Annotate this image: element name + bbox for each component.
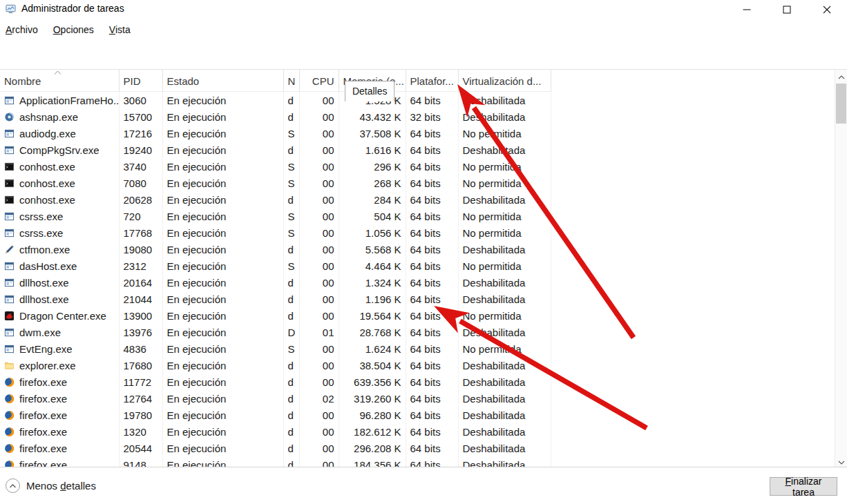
- process-status: En ejecución: [162, 258, 283, 274]
- process-virtualization: No permitida: [458, 208, 551, 224]
- process-pid: 20544: [119, 440, 162, 456]
- process-platform: 64 bits: [406, 258, 458, 274]
- table-row[interactable]: conhost.exe 20628 En ejecución d 00 284 …: [0, 191, 551, 208]
- firefox-icon: [4, 410, 15, 420]
- process-name: firefox.exe: [19, 443, 67, 454]
- tab-detalles-active[interactable]: Detalles: [345, 81, 395, 101]
- process-memory: 319.260 K: [339, 390, 406, 407]
- table-header-row: Nombre PID Estado N CPU Memoria (e... Pl…: [0, 70, 551, 92]
- table-row[interactable]: dllhost.exe 21044 En ejecución d 00 1.19…: [0, 291, 551, 307]
- process-username: S: [283, 158, 299, 175]
- column-header-cpu[interactable]: CPU: [299, 70, 339, 92]
- folder-icon: [4, 360, 15, 371]
- table-row[interactable]: firefox.exe 19780 En ejecución d 00 96.2…: [0, 407, 551, 423]
- process-name: EvtEng.exe: [19, 343, 73, 355]
- process-pid: 2312: [119, 258, 162, 274]
- column-header-estado[interactable]: Estado: [162, 70, 283, 92]
- table-row[interactable]: conhost.exe 3740 En ejecución S 00 296 K…: [0, 158, 551, 175]
- process-pid: 19080: [119, 241, 162, 258]
- process-status: En ejecución: [162, 208, 283, 224]
- table-row[interactable]: conhost.exe 7080 En ejecución S 00 268 K…: [0, 175, 551, 191]
- table-row[interactable]: dasHost.exe 2312 En ejecución S 00 4.464…: [0, 258, 551, 274]
- table-row[interactable]: csrss.exe 17768 En ejecución S 00 1.056 …: [0, 224, 551, 241]
- table-row[interactable]: audiodg.exe 17216 En ejecución S 00 37.5…: [0, 125, 551, 142]
- process-platform: 64 bits: [406, 241, 458, 258]
- vertical-scrollbar[interactable]: [835, 70, 847, 467]
- table-row[interactable]: dwm.exe 13976 En ejecución D 01 28.768 K…: [0, 324, 551, 340]
- table-row[interactable]: CompPkgSrv.exe 19240 En ejecución d 00 1…: [0, 142, 551, 158]
- menu-archivo[interactable]: Archivo: [6, 21, 45, 38]
- close-icon: [823, 4, 831, 17]
- column-header-virtualizacion[interactable]: Virtualización d...: [458, 70, 551, 92]
- process-platform: 64 bits: [406, 423, 458, 440]
- menu-opciones[interactable]: Opciones: [53, 21, 101, 38]
- table-row[interactable]: ctfmon.exe 19080 En ejecución d 00 5.568…: [0, 241, 551, 258]
- column-header-pid[interactable]: PID: [119, 70, 162, 92]
- process-memory: 296 K: [339, 158, 406, 175]
- less-details-toggle[interactable]: Menos detalles: [6, 478, 96, 493]
- process-status: En ejecución: [162, 307, 283, 324]
- table-row[interactable]: firefox.exe 11772 En ejecución d 00 639.…: [0, 374, 551, 390]
- column-header-plataforma[interactable]: Platafor...: [406, 70, 458, 92]
- process-platform: 64 bits: [406, 158, 458, 175]
- process-status: En ejecución: [162, 340, 283, 357]
- process-cpu: 00: [299, 92, 339, 109]
- process-memory: 1.056 K: [339, 224, 406, 241]
- maximize-button[interactable]: [767, 0, 807, 21]
- process-details-list: Nombre PID Estado N CPU Memoria (e... Pl…: [0, 69, 847, 467]
- process-virtualization: No permitida: [458, 258, 551, 274]
- menu-vista[interactable]: Vista: [109, 21, 137, 38]
- firefox-icon: [4, 460, 15, 467]
- process-pid: 3740: [119, 158, 162, 175]
- process-memory: 184.356 K: [339, 456, 406, 467]
- process-virtualization: Deshabilitada: [458, 456, 551, 467]
- process-platform: 64 bits: [406, 208, 458, 224]
- table-row[interactable]: csrss.exe 720 En ejecución S 00 504 K 64…: [0, 208, 551, 224]
- table-row[interactable]: firefox.exe 20544 En ejecución d 00 296.…: [0, 440, 551, 456]
- process-cpu: 00: [299, 125, 339, 142]
- close-button[interactable]: [807, 0, 847, 21]
- process-virtualization: No permitida: [458, 307, 551, 324]
- process-username: S: [283, 258, 299, 274]
- dragon-icon: [4, 311, 15, 321]
- table-row[interactable]: EvtEng.exe 4836 En ejecución S 00 1.624 …: [0, 340, 551, 357]
- table-row[interactable]: firefox.exe 9148 En ejecución d 00 184.3…: [0, 456, 551, 467]
- process-name: firefox.exe: [19, 426, 67, 438]
- process-cpu: 00: [299, 241, 339, 258]
- process-name: firefox.exe: [19, 376, 67, 388]
- process-status: En ejecución: [162, 92, 283, 109]
- scrollbar-thumb[interactable]: [836, 84, 846, 124]
- table-row[interactable]: ashsnap.exe 15700 En ejecución d 00 43.4…: [0, 108, 551, 125]
- process-cpu: 00: [299, 307, 339, 324]
- table-row[interactable]: firefox.exe 12764 En ejecución d 02 319.…: [0, 390, 551, 407]
- scroll-up-button[interactable]: [835, 70, 847, 81]
- table-row[interactable]: Dragon Center.exe 13900 En ejecución d 0…: [0, 307, 551, 324]
- console-icon: [4, 178, 15, 188]
- process-memory: 284 K: [339, 191, 406, 208]
- column-header-nombre[interactable]: Nombre: [0, 70, 119, 92]
- process-status: En ejecución: [162, 158, 283, 175]
- window-icon: [4, 278, 15, 288]
- process-memory: 1.324 K: [339, 274, 406, 291]
- process-pid: 17680: [119, 357, 162, 374]
- end-task-button[interactable]: Finalizar tarea: [770, 477, 837, 496]
- process-cpu: 00: [299, 357, 339, 374]
- process-memory: 19.564 K: [339, 307, 406, 324]
- table-row[interactable]: dllhost.exe 20164 En ejecución d 00 1.32…: [0, 274, 551, 291]
- process-username: d: [283, 390, 299, 407]
- process-virtualization: Deshabilitada: [458, 357, 551, 374]
- column-header-nombre-usuario[interactable]: N: [283, 70, 299, 92]
- table-row[interactable]: firefox.exe 1320 En ejecución d 00 182.6…: [0, 423, 551, 440]
- process-status: En ejecución: [162, 175, 283, 191]
- process-pid: 12764: [119, 390, 162, 407]
- table-row[interactable]: explorer.exe 17680 En ejecución d 00 38.…: [0, 357, 551, 374]
- scroll-down-button[interactable]: [835, 455, 847, 467]
- process-status: En ejecución: [162, 142, 283, 158]
- minimize-button[interactable]: [727, 0, 767, 21]
- process-memory: 96.280 K: [339, 407, 406, 423]
- process-cpu: 00: [299, 175, 339, 191]
- sort-ascending-icon: [54, 70, 61, 75]
- process-pid: 13976: [119, 324, 162, 340]
- table-row[interactable]: ApplicationFrameHo... 3060 En ejecución …: [0, 92, 551, 109]
- process-username: d: [283, 423, 299, 440]
